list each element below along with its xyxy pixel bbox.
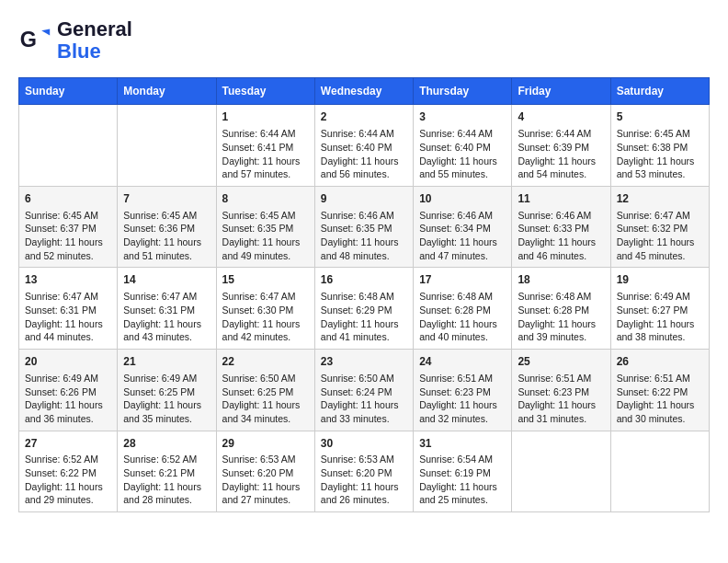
cell-info: Daylight: 11 hours and 46 minutes. <box>518 236 604 262</box>
cell-info: Sunset: 6:35 PM <box>222 222 309 236</box>
day-number: 6 <box>25 191 111 207</box>
cell-info: Sunrise: 6:47 AM <box>617 209 703 223</box>
cell-info: Sunset: 6:22 PM <box>617 385 703 399</box>
calendar-cell: 22Sunrise: 6:50 AMSunset: 6:25 PMDayligh… <box>216 350 314 431</box>
cell-info: Sunset: 6:41 PM <box>222 141 309 155</box>
calendar-cell: 16Sunrise: 6:48 AMSunset: 6:29 PMDayligh… <box>314 268 413 350</box>
calendar-week-row: 27Sunrise: 6:52 AMSunset: 6:22 PMDayligh… <box>19 431 710 512</box>
cell-info: Sunset: 6:21 PM <box>123 466 210 480</box>
day-number: 4 <box>518 109 604 125</box>
cell-info: Sunrise: 6:48 AM <box>518 290 604 304</box>
calendar-cell: 9Sunrise: 6:46 AMSunset: 6:35 PMDaylight… <box>314 186 413 268</box>
calendar-cell <box>118 105 216 187</box>
day-number: 25 <box>518 354 604 370</box>
cell-info: Daylight: 11 hours and 29 minutes. <box>25 480 111 507</box>
cell-info: Sunrise: 6:52 AM <box>123 453 210 466</box>
calendar-cell: 28Sunrise: 6:52 AMSunset: 6:21 PMDayligh… <box>118 431 216 512</box>
cell-info: Daylight: 11 hours and 28 minutes. <box>123 480 210 507</box>
day-number: 13 <box>25 272 111 288</box>
cell-info: Sunrise: 6:50 AM <box>321 372 407 385</box>
day-number: 12 <box>617 191 703 207</box>
cell-info: Sunrise: 6:53 AM <box>321 453 407 466</box>
day-number: 2 <box>321 109 407 125</box>
cell-info: Daylight: 11 hours and 25 minutes. <box>419 480 506 507</box>
calendar-cell: 31Sunrise: 6:54 AMSunset: 6:19 PMDayligh… <box>414 431 512 512</box>
cell-info: Sunset: 6:34 PM <box>419 222 506 236</box>
cell-info: Sunrise: 6:45 AM <box>123 209 210 223</box>
calendar-cell: 15Sunrise: 6:47 AMSunset: 6:30 PMDayligh… <box>216 268 314 350</box>
cell-info: Sunset: 6:19 PM <box>419 466 506 480</box>
cell-info: Daylight: 11 hours and 49 minutes. <box>222 236 309 262</box>
cell-info: Sunrise: 6:47 AM <box>123 290 210 304</box>
calendar-cell: 30Sunrise: 6:53 AMSunset: 6:20 PMDayligh… <box>314 431 413 512</box>
day-number: 5 <box>617 109 703 125</box>
day-number: 30 <box>321 436 407 452</box>
cell-info: Sunrise: 6:46 AM <box>321 209 407 223</box>
calendar-cell: 17Sunrise: 6:48 AMSunset: 6:28 PMDayligh… <box>414 268 512 350</box>
day-number: 24 <box>419 354 506 370</box>
calendar-week-row: 1Sunrise: 6:44 AMSunset: 6:41 PMDaylight… <box>19 105 710 187</box>
cell-info: Sunrise: 6:51 AM <box>617 372 703 385</box>
cell-info: Daylight: 11 hours and 56 minutes. <box>321 155 407 181</box>
cell-info: Sunset: 6:40 PM <box>321 141 407 155</box>
logo-text: General Blue <box>57 18 132 63</box>
weekday-header: Monday <box>118 78 216 105</box>
day-number: 7 <box>123 191 210 207</box>
cell-info: Daylight: 11 hours and 54 minutes. <box>518 155 604 181</box>
day-number: 9 <box>321 191 407 207</box>
cell-info: Sunset: 6:38 PM <box>617 141 703 155</box>
cell-info: Daylight: 11 hours and 43 minutes. <box>123 317 210 344</box>
calendar-header-row: SundayMondayTuesdayWednesdayThursdayFrid… <box>19 78 710 105</box>
cell-info: Sunset: 6:31 PM <box>25 304 111 317</box>
cell-info: Daylight: 11 hours and 26 minutes. <box>321 480 407 507</box>
cell-info: Daylight: 11 hours and 47 minutes. <box>419 236 506 262</box>
cell-info: Sunrise: 6:49 AM <box>123 372 210 385</box>
day-number: 20 <box>25 354 111 370</box>
day-number: 22 <box>222 354 309 370</box>
cell-info: Daylight: 11 hours and 38 minutes. <box>617 317 703 344</box>
cell-info: Daylight: 11 hours and 44 minutes. <box>25 317 111 344</box>
day-number: 14 <box>123 272 210 288</box>
day-number: 23 <box>321 354 407 370</box>
cell-info: Sunset: 6:25 PM <box>222 385 309 399</box>
weekday-header: Sunday <box>19 78 118 105</box>
calendar-table: SundayMondayTuesdayWednesdayThursdayFrid… <box>18 77 710 512</box>
cell-info: Sunset: 6:36 PM <box>123 222 210 236</box>
logo-icon: G <box>18 24 51 57</box>
day-number: 15 <box>222 272 309 288</box>
cell-info: Daylight: 11 hours and 33 minutes. <box>321 398 407 425</box>
cell-info: Sunrise: 6:47 AM <box>222 290 309 304</box>
cell-info: Sunrise: 6:45 AM <box>222 209 309 223</box>
page-header: G General Blue <box>18 18 710 63</box>
cell-info: Sunset: 6:39 PM <box>518 141 604 155</box>
cell-info: Sunrise: 6:46 AM <box>518 209 604 223</box>
day-number: 16 <box>321 272 407 288</box>
cell-info: Daylight: 11 hours and 32 minutes. <box>419 398 506 425</box>
day-number: 27 <box>25 436 111 452</box>
cell-info: Sunrise: 6:44 AM <box>518 127 604 141</box>
calendar-cell: 29Sunrise: 6:53 AMSunset: 6:20 PMDayligh… <box>216 431 314 512</box>
calendar-cell: 21Sunrise: 6:49 AMSunset: 6:25 PMDayligh… <box>118 350 216 431</box>
calendar-cell: 27Sunrise: 6:52 AMSunset: 6:22 PMDayligh… <box>19 431 118 512</box>
calendar-cell: 4Sunrise: 6:44 AMSunset: 6:39 PMDaylight… <box>512 105 610 187</box>
cell-info: Daylight: 11 hours and 36 minutes. <box>25 398 111 425</box>
calendar-week-row: 13Sunrise: 6:47 AMSunset: 6:31 PMDayligh… <box>19 268 710 350</box>
cell-info: Sunrise: 6:54 AM <box>419 453 506 466</box>
cell-info: Daylight: 11 hours and 35 minutes. <box>123 398 210 425</box>
cell-info: Sunset: 6:28 PM <box>518 304 604 317</box>
cell-info: Sunset: 6:20 PM <box>222 466 309 480</box>
svg-marker-1 <box>41 29 50 36</box>
calendar-cell: 18Sunrise: 6:48 AMSunset: 6:28 PMDayligh… <box>512 268 610 350</box>
cell-info: Sunset: 6:37 PM <box>25 222 111 236</box>
cell-info: Sunset: 6:23 PM <box>518 385 604 399</box>
calendar-cell: 24Sunrise: 6:51 AMSunset: 6:23 PMDayligh… <box>414 350 512 431</box>
cell-info: Daylight: 11 hours and 40 minutes. <box>419 317 506 344</box>
weekday-header: Thursday <box>414 78 512 105</box>
day-number: 31 <box>419 436 506 452</box>
calendar-cell <box>610 431 709 512</box>
day-number: 8 <box>222 191 309 207</box>
calendar-cell: 23Sunrise: 6:50 AMSunset: 6:24 PMDayligh… <box>314 350 413 431</box>
calendar-cell: 8Sunrise: 6:45 AMSunset: 6:35 PMDaylight… <box>216 186 314 268</box>
calendar-cell: 10Sunrise: 6:46 AMSunset: 6:34 PMDayligh… <box>414 186 512 268</box>
cell-info: Daylight: 11 hours and 42 minutes. <box>222 317 309 344</box>
